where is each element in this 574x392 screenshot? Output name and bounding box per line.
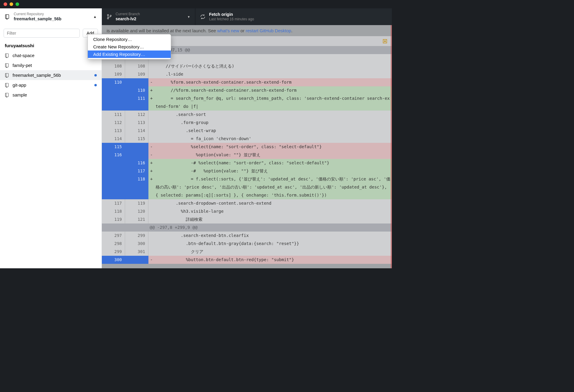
diff-line[interactable]: 298300 .btn-default.btn-gray{data:{searc… (102, 240, 392, 248)
repo-icon (5, 83, 10, 88)
whats-new-link[interactable]: what's new (217, 28, 239, 33)
code-content: //%form.search-extend-container.search-e… (154, 86, 392, 94)
repo-name: freemarket_sample_56b (13, 73, 61, 78)
code-content: .select-wrap (154, 127, 392, 135)
current-repository-dropdown[interactable]: Current Repository freemarket_sample_56b… (0, 8, 102, 25)
diff-sign: + (148, 159, 154, 167)
diff-line[interactable]: 108108 //サイドバー(小さくなると消える) (102, 62, 392, 70)
old-line-number: 113 (102, 127, 125, 135)
repo-list-item[interactable]: sample (0, 90, 102, 100)
old-line-number: 109 (102, 70, 125, 78)
repo-list-item[interactable]: chat-space (0, 50, 102, 60)
repo-list-item[interactable]: freemarket_sample_56b (0, 70, 102, 80)
diff-line[interactable]: 115- %select{name: "sort-order", class: … (102, 143, 392, 151)
chevron-down-icon: ▼ (187, 15, 190, 19)
window-close-button[interactable] (4, 2, 7, 6)
diff-line[interactable]: 113114 .select-wrap (102, 127, 392, 135)
diff-sign (148, 248, 154, 256)
repo-label: Current Repository (14, 12, 90, 16)
svg-point-2 (107, 14, 108, 16)
old-line-number: 300 (102, 256, 125, 264)
code-content: //サイドバー(小さくなると消える) (154, 62, 392, 70)
diff-line[interactable]: 118+ = f.select(:sorts, {'並び替え': 'update… (102, 175, 392, 199)
code-content: %button.btn-default.btn-red{type: "submi… (154, 256, 392, 264)
old-line-number: 118 (102, 207, 125, 215)
svg-rect-5 (5, 53, 8, 57)
diff-line[interactable]: 117+ -# %option{value: ""} 並び替え (102, 167, 392, 175)
diff-line[interactable]: @@ -297,8 +299,9 @@ (102, 223, 392, 232)
code-content: %form.search-extend-container.search-ext… (154, 78, 392, 86)
window-minimize-button[interactable] (10, 2, 13, 6)
svg-rect-7 (5, 63, 8, 67)
new-line-number: 121 (125, 215, 148, 223)
diff-line[interactable]: 111+ = search_form_for @q, url: search_i… (102, 94, 392, 111)
header-bar: Current Repository freemarket_sample_56b… (0, 8, 392, 25)
code-content: .btn-default.btn-gray{data:{search: "res… (154, 240, 392, 248)
new-line-number (125, 143, 148, 151)
new-line-number: 113 (125, 119, 148, 127)
add-context-menu: Clone Repository…Create New Repository…A… (88, 34, 171, 59)
old-line-number: 108 (102, 62, 125, 70)
diff-line[interactable]: 119121 詳細検索 (102, 215, 392, 223)
old-line-number: 297 (102, 232, 125, 240)
diff-sign: - (148, 256, 154, 264)
diff-sign (148, 232, 154, 240)
new-line-number: 299 (125, 232, 148, 240)
diff-line[interactable]: 299301 クリア (102, 248, 392, 256)
repo-icon (5, 73, 10, 78)
new-line-number: 115 (125, 135, 148, 143)
repository-sidebar: Add furuyaatsushi chat-spacefamily-petfr… (0, 25, 102, 268)
context-menu-item[interactable]: Clone Repository… (88, 36, 171, 43)
old-line-number (102, 94, 125, 111)
diff-sign (148, 70, 154, 78)
diff-line[interactable]: 109109 .l-side (102, 70, 392, 78)
diff-sign: + (148, 175, 154, 199)
context-menu-item[interactable]: Add Existing Repository… (88, 50, 171, 58)
old-line-number (102, 175, 125, 199)
new-line-number: 112 (125, 111, 148, 119)
new-line-number: 109 (125, 70, 148, 78)
diff-line[interactable]: 114115 = fa_icon 'chevron-down' (102, 135, 392, 143)
diff-line[interactable]: 112113 .form-group (102, 119, 392, 127)
repo-name: chat-space (13, 53, 34, 58)
diff-line[interactable]: 297299 .search-extend-btn.clearfix (102, 232, 392, 240)
branch-value: search-lv2 (116, 16, 184, 22)
scrollbar[interactable] (391, 25, 392, 268)
filter-input[interactable] (4, 29, 80, 38)
code-content: %h3.visible-large (154, 207, 392, 215)
code-content: .form-group (154, 119, 392, 127)
diff-sign (148, 240, 154, 248)
diff-line[interactable]: 110+ //%form.search-extend-container.sea… (102, 86, 392, 94)
code-content: = fa_icon 'chevron-down' (154, 135, 392, 143)
diff-sign (148, 207, 154, 215)
fetch-origin-button[interactable]: Fetch origin Last fetched 16 minutes ago (195, 8, 392, 25)
repo-list-item[interactable]: git-app (0, 80, 102, 90)
new-line-number: 110 (125, 86, 148, 94)
diff-sign: + (148, 86, 154, 94)
diff-line[interactable]: 300- %button.btn-default.btn-red{type: "… (102, 256, 392, 264)
diff-sign (148, 135, 154, 143)
repo-list-item[interactable]: family-pet (0, 60, 102, 70)
diff-line[interactable]: 111112 .search-sort (102, 111, 392, 119)
diff-line[interactable]: 117119 .search-dropdown-content.search-e… (102, 199, 392, 207)
code-content: .search-extend-btn.clearfix (154, 232, 392, 240)
window-zoom-button[interactable] (16, 2, 19, 6)
diff-line[interactable]: 116- %option{value: ""} 並び替え (102, 151, 392, 159)
old-line-number: 110 (102, 78, 125, 86)
diff-sign (148, 111, 154, 119)
diff-line[interactable]: 110- %form.search-extend-container.searc… (102, 78, 392, 86)
diff-sign: - (148, 78, 154, 86)
code-content: .search-sort (154, 111, 392, 119)
branch-label: Current Branch (116, 12, 184, 16)
diff-line[interactable]: 116+ -# %select{name: "sort-order", clas… (102, 159, 392, 167)
fetch-status: Last fetched 16 minutes ago (209, 17, 387, 22)
restart-link[interactable]: restart GitHub Desktop (246, 28, 291, 33)
diff-area: is available and will be installed at th… (102, 25, 392, 268)
new-line-number (125, 78, 148, 86)
current-branch-dropdown[interactable]: Current Branch search-lv2 ▼ (102, 8, 195, 25)
old-line-number: 114 (102, 135, 125, 143)
context-menu-item[interactable]: Create New Repository… (88, 43, 171, 50)
svg-point-4 (110, 15, 111, 16)
new-line-number: 300 (125, 240, 148, 248)
diff-line[interactable]: 118120 %h3.visible-large (102, 207, 392, 215)
